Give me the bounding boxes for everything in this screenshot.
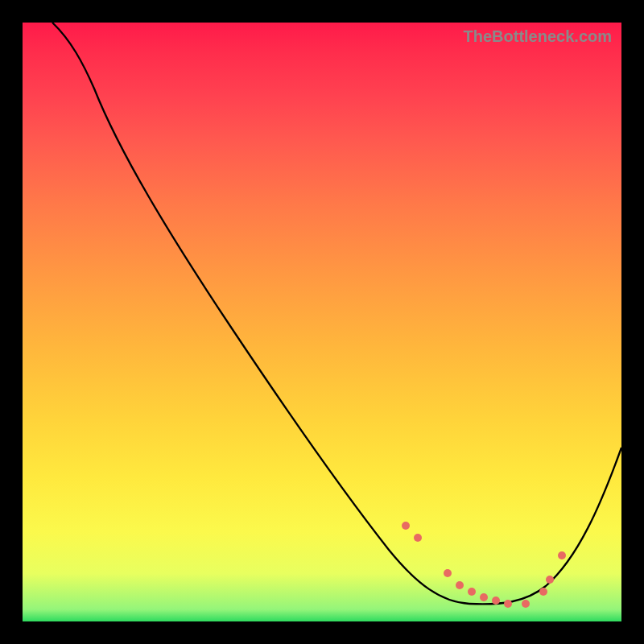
bottleneck-curve <box>52 23 621 604</box>
plot-area: TheBottleneck.com <box>23 23 621 621</box>
marker-dot <box>402 522 410 530</box>
marker-dot <box>480 593 488 601</box>
marker-dot <box>522 600 530 608</box>
marker-dot <box>456 581 464 589</box>
marker-dot <box>492 597 500 605</box>
marker-dot <box>468 588 476 596</box>
chart-frame: TheBottleneck.com <box>0 0 644 644</box>
marker-dot <box>444 569 452 577</box>
curve-layer <box>23 23 621 621</box>
marker-group <box>402 522 566 608</box>
marker-dot <box>539 588 547 596</box>
marker-dot <box>546 576 554 584</box>
marker-dot <box>414 534 422 542</box>
marker-dot <box>558 551 566 559</box>
marker-dot <box>504 600 512 608</box>
